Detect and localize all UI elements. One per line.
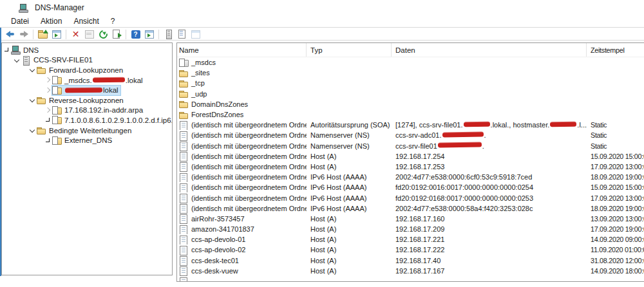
record-name: ForestDnsZones (191, 111, 243, 118)
list-view-button[interactable] (176, 29, 188, 40)
tree-item[interactable]: Externer_DNS (2, 135, 172, 145)
server-button[interactable] (162, 29, 175, 40)
cell-typ: Host (A) (307, 245, 392, 255)
tree-item-body[interactable]: Externer_DNS (52, 136, 114, 145)
menu-item-[interactable]: ? (105, 15, 121, 28)
redaction-scribble (438, 143, 482, 148)
tree-item[interactable]: _msdcs..lokal (2, 75, 172, 86)
list-row[interactable]: (identisch mit übergeordnetem Ordner)IPv… (177, 192, 644, 203)
chevron-right-icon[interactable] (43, 86, 52, 95)
tree-item-body[interactable]: Forward-Lookupzonen (37, 65, 125, 75)
list-row[interactable]: ForestDnsZones (177, 109, 644, 120)
console-window-icon (144, 30, 155, 39)
refresh-button[interactable] (97, 29, 109, 40)
list-row[interactable]: (identisch mit übergeordnetem Ordner)Nam… (177, 141, 644, 151)
new-window-disabled-button[interactable] (189, 29, 202, 40)
tree-item-body[interactable]: 17.168.192.in-addr.arpa (52, 106, 145, 115)
tree-item[interactable]: DNS (2, 45, 172, 55)
tree-item-body[interactable]: _msdcs..lokal (52, 75, 145, 85)
record-name: ccs-ap-devolo-01 (191, 236, 245, 243)
delete-button[interactable]: ✕ (70, 29, 82, 40)
tree-item-body[interactable]: DNS (11, 45, 41, 55)
chevron-down-icon[interactable] (28, 96, 37, 104)
column-header-daten[interactable]: Daten (392, 43, 587, 57)
chevron-right-icon[interactable] (43, 76, 52, 84)
record-name: _tcp (191, 79, 205, 87)
back-arrow-button[interactable] (4, 29, 16, 40)
tree-item[interactable]: Bedingte Weiterleitungen (2, 125, 172, 136)
text-segment: (identisch mit übergeordnetem Ordner) (191, 131, 307, 139)
list-row[interactable]: _sites (177, 68, 644, 78)
tree-item[interactable]: lokal (2, 85, 172, 95)
server-icon (164, 30, 174, 39)
export-list-button[interactable] (110, 29, 122, 40)
redaction-scribble (93, 78, 125, 83)
cell-zeitstempel: 13.09.2020 13:00:00 (587, 214, 644, 224)
list-row[interactable]: DomainDnsZones (177, 99, 644, 109)
tree-item[interactable]: 7.1.0.0.8.6.1.0.2.9.1.0.0.2.d.f.ip6.arpa (2, 115, 172, 125)
tree-item-body[interactable]: 7.1.0.0.8.6.1.0.2.9.1.0.0.2.d.f.ip6.arpa (52, 115, 173, 125)
tree-item[interactable]: Forward-Lookupzonen (2, 65, 172, 75)
column-header-name[interactable]: Name (177, 43, 307, 57)
up-one-level-button[interactable] (37, 29, 49, 40)
list-row[interactable]: (identisch mit übergeordnetem Ordner)Aut… (177, 120, 644, 130)
properties-disabled-icon (84, 30, 95, 39)
list-row[interactable]: (identisch mit übergeordnetem Ordner)IPv… (177, 172, 644, 182)
tree-item-selected-body[interactable]: lokal (52, 86, 120, 95)
list-row[interactable]: _msdcs (177, 57, 644, 68)
record-name: ccs-desk-tec01 (191, 257, 239, 264)
chevron-down-icon[interactable] (28, 126, 37, 134)
list-row[interactable]: (identisch mit übergeordnetem Ordner)Hos… (177, 151, 644, 162)
list-row[interactable]: (identisch mit übergeordnetem Ordner)IPv… (177, 203, 644, 214)
list-row[interactable]: ccs-ap-devolo-01Host (A)192.168.17.22114… (177, 234, 644, 245)
tree-item[interactable]: CCS-SRV-FILE01 (2, 55, 172, 66)
console-window-button[interactable] (143, 29, 155, 40)
properties-disabled-button[interactable] (83, 29, 95, 40)
cell-typ: IPv6 Host (AAAA) (307, 172, 392, 182)
record-icon (179, 121, 189, 129)
chevron-down-icon[interactable] (12, 56, 21, 64)
column-header-typ[interactable]: Typ (307, 43, 392, 57)
tree-item-body[interactable]: Bedingte Weiterleitungen (37, 125, 133, 135)
cell-name: (identisch mit übergeordnetem Ordner) (177, 172, 307, 182)
list-row[interactable]: _tcp (177, 78, 644, 88)
text-segment: _sites (191, 69, 210, 77)
list-row[interactable]: ccs-desk-tec01Host (A)192.168.17.4031.08… (177, 255, 644, 266)
text-segment: .l... (577, 121, 587, 129)
list-row[interactable]: (identisch mit übergeordnetem Ordner)Hos… (177, 162, 644, 172)
menu-item-aktion[interactable]: Aktion (35, 15, 68, 28)
list-row[interactable]: airRohr-3573457Host (A)192.168.17.16013.… (177, 214, 644, 224)
tree-item[interactable]: Reverse-Lookupzonen (2, 95, 172, 106)
show-console-tree-button[interactable] (50, 29, 62, 40)
tree-item[interactable]: 17.168.192.in-addr.arpa (2, 106, 172, 116)
chevron-down-icon[interactable] (28, 66, 37, 74)
toolbar: ✕? (0, 28, 644, 41)
tree-item-body[interactable]: Reverse-Lookupzonen (37, 95, 126, 105)
cell-zeitstempel (587, 57, 644, 68)
cell-zeitstempel: 14.09.2020 18:00:00 (587, 266, 644, 276)
help-button[interactable]: ? (129, 29, 142, 40)
text-segment: (identisch mit übergeordnetem Ordner) (191, 153, 307, 160)
window-title: DNS-Manager (35, 3, 84, 12)
list-row[interactable]: (identisch mit übergeordnetem Ordner)Nam… (177, 130, 644, 140)
list-row[interactable]: _udp (177, 89, 644, 99)
folder-icon (37, 96, 46, 104)
list-row[interactable]: ccs-desk-vuewHost (A)192.168.17.16714.09… (177, 266, 644, 276)
column-header-zeitstempel[interactable]: Zeitstempel (587, 43, 644, 57)
menu-item-ansicht[interactable]: Ansicht (68, 15, 104, 28)
list-row[interactable]: amazon-341701837Host (A)192.168.17.20917… (177, 224, 644, 234)
record-name: (identisch mit übergeordnetem Ordner) (191, 194, 307, 202)
toolbar-separator (126, 30, 126, 39)
cell-daten: fd20:0192:0016:0017:0000:0000:0000:0254 (392, 182, 587, 192)
menu-item-datei[interactable]: Datei (5, 15, 35, 28)
tree-item-body[interactable]: CCS-SRV-FILE01 (21, 55, 95, 65)
list-row[interactable]: ccs-ap-devolo-02Host (A)192.168.17.22211… (177, 245, 644, 255)
list-row[interactable]: (identisch mit übergeordnetem Ordner)IPv… (177, 182, 644, 192)
text-segment: amazon-341701837 (191, 225, 254, 233)
forward-arrow-button[interactable] (17, 29, 30, 40)
zone-icon (52, 116, 62, 124)
list-row[interactable] (177, 276, 644, 282)
cell-typ: Host (A) (307, 224, 392, 234)
tree-item-label: 17.168.192.in-addr.arpa (64, 106, 143, 114)
chevron-right-icon[interactable] (43, 106, 52, 115)
